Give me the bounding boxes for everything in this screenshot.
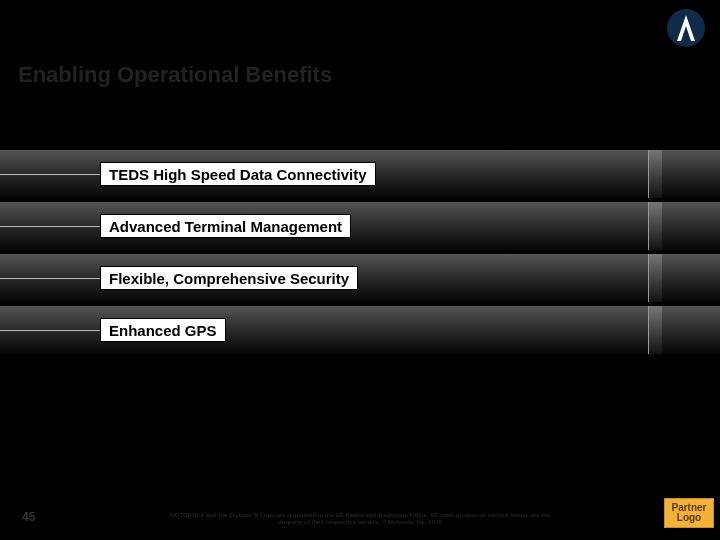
slide-title: Enabling Operational Benefits (18, 62, 332, 88)
bar-connector (0, 278, 100, 279)
feature-label: Enhanced GPS (100, 318, 226, 342)
bar-endcap (648, 306, 662, 354)
bar-connector (0, 226, 100, 227)
feature-bar: Enhanced GPS (0, 306, 720, 354)
feature-bar: TEDS High Speed Data Connectivity (0, 150, 720, 198)
partner-logo-placeholder: Partner Logo (664, 498, 714, 528)
bar-endcap (648, 254, 662, 302)
legal-text: MOTOROLA and the Stylized M Logo are reg… (160, 512, 560, 526)
bar-connector (0, 174, 100, 175)
bar-endcap (648, 202, 662, 250)
feature-bar: Advanced Terminal Management (0, 202, 720, 250)
feature-label: TEDS High Speed Data Connectivity (100, 162, 376, 186)
feature-bar: Flexible, Comprehensive Security (0, 254, 720, 302)
slide-footer: 45 MOTOROLA and the Stylized M Logo are … (0, 498, 720, 532)
bar-connector (0, 330, 100, 331)
feature-label: Flexible, Comprehensive Security (100, 266, 358, 290)
bar-endcap (648, 150, 662, 198)
svg-point-0 (667, 9, 705, 47)
feature-bars: TEDS High Speed Data Connectivity Advanc… (0, 150, 720, 358)
slide: Enabling Operational Benefits TEDS High … (0, 0, 720, 540)
brand-logo-icon (666, 8, 706, 48)
feature-label: Advanced Terminal Management (100, 214, 351, 238)
page-number: 45 (22, 510, 35, 524)
